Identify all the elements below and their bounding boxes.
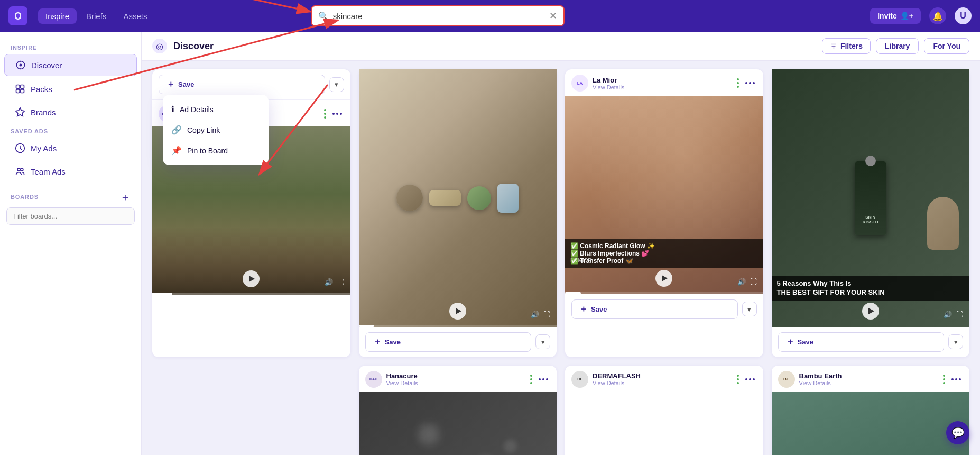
svg-rect-7 xyxy=(21,85,24,89)
brand-info-lamior: La Mior View Details xyxy=(593,76,733,90)
my-ads-label: My Ads xyxy=(31,144,57,153)
sidebar-item-my-ads[interactable]: My Ads xyxy=(4,138,137,159)
fullscreen-icon-jars[interactable]: ⛶ xyxy=(543,311,550,319)
chevron-jars[interactable]: ▾ xyxy=(535,334,550,349)
nav-briefs[interactable]: Briefs xyxy=(79,8,114,24)
brand-view-bambu[interactable]: View Details xyxy=(799,380,939,386)
play-button-skinkissed[interactable] xyxy=(862,303,879,320)
card-menu-hanacure[interactable] xyxy=(537,376,550,383)
save-button-prev[interactable]: ＋ Save xyxy=(159,75,325,94)
card-menu-lamior[interactable] xyxy=(743,80,757,86)
chevron-skinkissed[interactable]: ▾ xyxy=(948,334,963,349)
card-menu-bambu[interactable] xyxy=(949,376,963,383)
ad-media-jars: 🔊 ⛶ xyxy=(359,69,557,327)
context-ad-details[interactable]: ℹ Ad Details xyxy=(163,99,269,120)
brand-name-dermaflash: DERMAFLASH xyxy=(593,372,733,380)
volume-icon-skinkissed[interactable]: 🔊 xyxy=(944,311,952,319)
volume-icon-lamior[interactable]: 🔊 xyxy=(737,278,746,286)
video-controls-blume: 🔊 ⛶ xyxy=(325,278,344,286)
save-button-skinkissed[interactable]: ＋ Save xyxy=(778,332,945,352)
card-menu-blume[interactable] xyxy=(330,111,344,117)
sidebar-item-brands[interactable]: Brands xyxy=(4,102,137,123)
save-button-lamior[interactable]: ＋ Save xyxy=(571,299,738,319)
ad-card-hanacure: HAC Hanacure View Details xyxy=(359,366,557,455)
search-input[interactable]: skincare xyxy=(333,12,545,21)
for-you-button[interactable]: For You xyxy=(924,38,969,54)
green-dots-dermaflash[interactable] xyxy=(737,375,739,384)
brand-info-dermaflash: DERMAFLASH View Details xyxy=(593,372,733,386)
nav-right: Invite 👤+ 🔔 U xyxy=(870,7,972,24)
search-clear-button[interactable]: ✕ xyxy=(549,11,557,21)
volume-icon-jars[interactable]: 🔊 xyxy=(531,311,539,319)
play-button-lamior[interactable] xyxy=(655,270,672,287)
chevron-lamior[interactable]: ▾ xyxy=(742,302,757,316)
nav-inspire[interactable]: Inspire xyxy=(38,8,77,24)
logo-button[interactable] xyxy=(8,6,27,25)
media-inner-skinkissed: SKINKISSED 5 Reasons Why This IsTHE BEST… xyxy=(772,69,970,327)
ad-media-skinkissed: SKINKISSED 5 Reasons Why This IsTHE BEST… xyxy=(772,69,970,327)
avatar[interactable]: U xyxy=(955,7,972,24)
card-menu-dermaflash[interactable] xyxy=(743,376,757,383)
brand-view-lamior[interactable]: View Details xyxy=(593,84,733,90)
invite-label: Invite xyxy=(877,12,897,20)
sidebar-item-packs[interactable]: Packs xyxy=(4,78,137,99)
save-label: Save xyxy=(178,80,194,88)
invite-button[interactable]: Invite 👤+ xyxy=(870,8,921,24)
fullscreen-icon[interactable]: ⛶ xyxy=(337,278,344,286)
fullscreen-icon-skinkissed[interactable]: ⛶ xyxy=(956,311,963,319)
green-dots-bambu[interactable] xyxy=(943,375,945,384)
search-icon: 🔍 xyxy=(318,11,329,21)
search-wrapper: 🔍 skincare ✕ xyxy=(311,5,565,26)
add-board-button[interactable]: ＋ xyxy=(120,192,131,202)
info-icon: ℹ xyxy=(171,104,174,114)
context-pin-to-board[interactable]: 📌 Pin to Board xyxy=(163,140,269,161)
nav-assets[interactable]: Assets xyxy=(116,8,154,24)
saved-ads-section-label: SAVED ADS xyxy=(0,124,141,136)
team-ads-icon xyxy=(15,166,25,177)
discover-label: Discover xyxy=(31,61,62,70)
volume-icon[interactable]: 🔊 xyxy=(325,278,333,286)
nav-links: Inspire Briefs Assets xyxy=(38,8,154,24)
ad-media-lamior: ✅ Cosmic Radiant Glow ✨ ✅ Blurs Imperfec… xyxy=(565,96,763,294)
svg-rect-6 xyxy=(16,85,20,89)
svg-marker-10 xyxy=(16,108,25,116)
ad-card-dermaflash: DF DERMAFLASH View Details xyxy=(565,366,763,455)
ad-card-skinkissed: SKINKISSED 5 Reasons Why This IsTHE BEST… xyxy=(772,69,970,357)
card-footer-lamior: ＋ Save ▾ xyxy=(565,294,763,324)
filter-boards-input[interactable] xyxy=(6,207,135,225)
inspire-section-label: INSPIRE xyxy=(0,40,141,53)
media-inner-hanacure: Helps to: xyxy=(359,392,557,455)
brand-info-hanacure: Hanacure View Details xyxy=(386,372,526,386)
page-icon: ◎ xyxy=(152,39,167,53)
plus-icon: ＋ xyxy=(167,79,175,90)
chevron-down-button[interactable]: ▾ xyxy=(329,77,344,92)
brand-view-hanacure[interactable]: View Details xyxy=(386,380,526,386)
brand-name-hanacure: Hanacure xyxy=(386,372,526,380)
library-button[interactable]: Library xyxy=(876,38,919,54)
card-header-hanacure: HAC Hanacure View Details xyxy=(359,366,557,392)
notifications-button[interactable]: 🔔 xyxy=(929,7,946,24)
ad-card-lamior: LA La Mior View Details xyxy=(565,69,763,357)
play-button-blume[interactable] xyxy=(243,270,260,287)
media-inner-bambu xyxy=(772,392,970,455)
media-inner-jars xyxy=(359,69,557,327)
sidebar: INSPIRE Discover Packs Brands xyxy=(0,32,142,455)
filters-button[interactable]: Filters xyxy=(822,38,871,54)
sidebar-item-discover[interactable]: Discover xyxy=(4,54,137,76)
content-header: ◎ Discover Filters Library For You xyxy=(142,32,980,61)
chat-button[interactable]: 💬 xyxy=(946,421,969,444)
context-copy-link[interactable]: 🔗 Copy Link xyxy=(163,120,269,140)
card-footer-skinkissed: ＋ Save ▾ xyxy=(772,327,970,357)
boards-header: BOARDS ＋ xyxy=(0,187,141,204)
green-dots-blume[interactable] xyxy=(324,109,326,119)
brands-label: Brands xyxy=(31,108,56,117)
green-dots-hanacure[interactable] xyxy=(530,375,532,384)
green-dots-lamior[interactable] xyxy=(737,78,739,88)
play-button-jars[interactable] xyxy=(449,303,466,320)
pin-icon: 📌 xyxy=(171,145,182,156)
fullscreen-icon-lamior[interactable]: ⛶ xyxy=(750,278,757,286)
save-button-jars[interactable]: ＋ Save xyxy=(365,332,532,352)
overlay-badge-lamior: ✅ Cosmic Radiant Glow ✨ ✅ Blurs Imperfec… xyxy=(565,239,763,268)
brand-view-dermaflash[interactable]: View Details xyxy=(593,380,733,386)
sidebar-item-team-ads[interactable]: Team Ads xyxy=(4,161,137,182)
